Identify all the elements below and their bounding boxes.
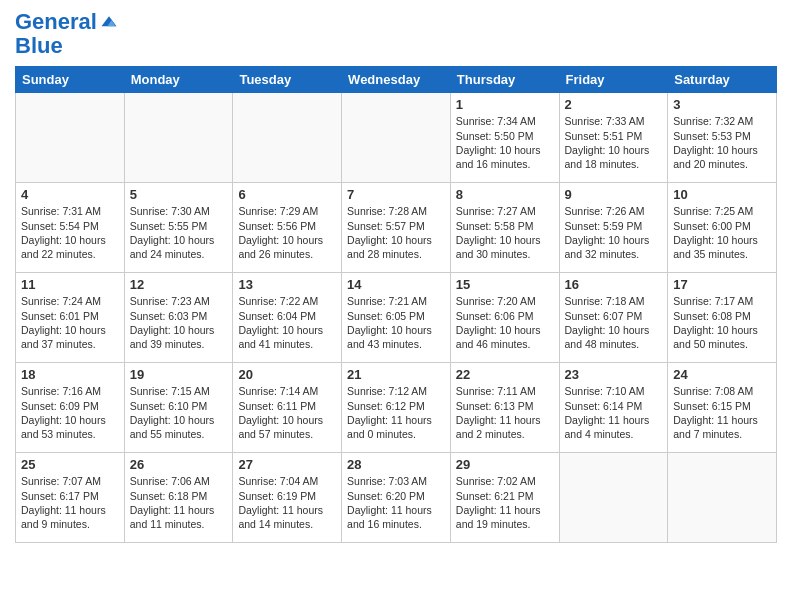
page-header: General Blue xyxy=(15,10,777,58)
day-number: 28 xyxy=(347,457,445,472)
day-number: 24 xyxy=(673,367,771,382)
day-info: Sunrise: 7:29 AMSunset: 5:56 PMDaylight:… xyxy=(238,204,336,261)
day-number: 2 xyxy=(565,97,663,112)
day-cell: 21 Sunrise: 7:12 AMSunset: 6:12 PMDaylig… xyxy=(342,363,451,453)
day-cell: 12 Sunrise: 7:23 AMSunset: 6:03 PMDaylig… xyxy=(124,273,233,363)
day-number: 12 xyxy=(130,277,228,292)
day-cell: 15 Sunrise: 7:20 AMSunset: 6:06 PMDaylig… xyxy=(450,273,559,363)
day-cell: 11 Sunrise: 7:24 AMSunset: 6:01 PMDaylig… xyxy=(16,273,125,363)
day-cell: 24 Sunrise: 7:08 AMSunset: 6:15 PMDaylig… xyxy=(668,363,777,453)
day-info: Sunrise: 7:04 AMSunset: 6:19 PMDaylight:… xyxy=(238,474,336,531)
day-number: 29 xyxy=(456,457,554,472)
day-info: Sunrise: 7:26 AMSunset: 5:59 PMDaylight:… xyxy=(565,204,663,261)
day-info: Sunrise: 7:21 AMSunset: 6:05 PMDaylight:… xyxy=(347,294,445,351)
day-info: Sunrise: 7:11 AMSunset: 6:13 PMDaylight:… xyxy=(456,384,554,441)
day-info: Sunrise: 7:08 AMSunset: 6:15 PMDaylight:… xyxy=(673,384,771,441)
day-number: 23 xyxy=(565,367,663,382)
calendar-table: SundayMondayTuesdayWednesdayThursdayFrid… xyxy=(15,66,777,543)
day-cell: 9 Sunrise: 7:26 AMSunset: 5:59 PMDayligh… xyxy=(559,183,668,273)
day-info: Sunrise: 7:23 AMSunset: 6:03 PMDaylight:… xyxy=(130,294,228,351)
day-info: Sunrise: 7:10 AMSunset: 6:14 PMDaylight:… xyxy=(565,384,663,441)
logo-text: General xyxy=(15,10,97,34)
day-cell: 25 Sunrise: 7:07 AMSunset: 6:17 PMDaylig… xyxy=(16,453,125,543)
day-info: Sunrise: 7:30 AMSunset: 5:55 PMDaylight:… xyxy=(130,204,228,261)
day-info: Sunrise: 7:16 AMSunset: 6:09 PMDaylight:… xyxy=(21,384,119,441)
day-cell xyxy=(124,93,233,183)
day-number: 22 xyxy=(456,367,554,382)
day-number: 25 xyxy=(21,457,119,472)
day-number: 3 xyxy=(673,97,771,112)
week-row-4: 18 Sunrise: 7:16 AMSunset: 6:09 PMDaylig… xyxy=(16,363,777,453)
column-header-friday: Friday xyxy=(559,67,668,93)
day-info: Sunrise: 7:27 AMSunset: 5:58 PMDaylight:… xyxy=(456,204,554,261)
day-number: 27 xyxy=(238,457,336,472)
day-info: Sunrise: 7:25 AMSunset: 6:00 PMDaylight:… xyxy=(673,204,771,261)
week-row-1: 1 Sunrise: 7:34 AMSunset: 5:50 PMDayligh… xyxy=(16,93,777,183)
column-header-wednesday: Wednesday xyxy=(342,67,451,93)
day-info: Sunrise: 7:15 AMSunset: 6:10 PMDaylight:… xyxy=(130,384,228,441)
logo-blue: Blue xyxy=(15,34,63,58)
day-info: Sunrise: 7:32 AMSunset: 5:53 PMDaylight:… xyxy=(673,114,771,171)
column-header-monday: Monday xyxy=(124,67,233,93)
day-cell: 19 Sunrise: 7:15 AMSunset: 6:10 PMDaylig… xyxy=(124,363,233,453)
day-cell: 1 Sunrise: 7:34 AMSunset: 5:50 PMDayligh… xyxy=(450,93,559,183)
column-header-tuesday: Tuesday xyxy=(233,67,342,93)
day-cell: 18 Sunrise: 7:16 AMSunset: 6:09 PMDaylig… xyxy=(16,363,125,453)
week-row-5: 25 Sunrise: 7:07 AMSunset: 6:17 PMDaylig… xyxy=(16,453,777,543)
day-cell: 29 Sunrise: 7:02 AMSunset: 6:21 PMDaylig… xyxy=(450,453,559,543)
day-number: 21 xyxy=(347,367,445,382)
day-number: 4 xyxy=(21,187,119,202)
day-number: 5 xyxy=(130,187,228,202)
day-number: 15 xyxy=(456,277,554,292)
day-cell: 5 Sunrise: 7:30 AMSunset: 5:55 PMDayligh… xyxy=(124,183,233,273)
day-cell: 13 Sunrise: 7:22 AMSunset: 6:04 PMDaylig… xyxy=(233,273,342,363)
day-cell: 20 Sunrise: 7:14 AMSunset: 6:11 PMDaylig… xyxy=(233,363,342,453)
day-number: 8 xyxy=(456,187,554,202)
day-cell: 17 Sunrise: 7:17 AMSunset: 6:08 PMDaylig… xyxy=(668,273,777,363)
column-header-saturday: Saturday xyxy=(668,67,777,93)
day-cell: 2 Sunrise: 7:33 AMSunset: 5:51 PMDayligh… xyxy=(559,93,668,183)
day-cell xyxy=(342,93,451,183)
day-number: 7 xyxy=(347,187,445,202)
day-number: 10 xyxy=(673,187,771,202)
day-number: 19 xyxy=(130,367,228,382)
day-info: Sunrise: 7:33 AMSunset: 5:51 PMDaylight:… xyxy=(565,114,663,171)
day-info: Sunrise: 7:14 AMSunset: 6:11 PMDaylight:… xyxy=(238,384,336,441)
day-info: Sunrise: 7:22 AMSunset: 6:04 PMDaylight:… xyxy=(238,294,336,351)
day-cell: 27 Sunrise: 7:04 AMSunset: 6:19 PMDaylig… xyxy=(233,453,342,543)
day-info: Sunrise: 7:24 AMSunset: 6:01 PMDaylight:… xyxy=(21,294,119,351)
day-info: Sunrise: 7:17 AMSunset: 6:08 PMDaylight:… xyxy=(673,294,771,351)
column-header-sunday: Sunday xyxy=(16,67,125,93)
week-row-2: 4 Sunrise: 7:31 AMSunset: 5:54 PMDayligh… xyxy=(16,183,777,273)
day-number: 9 xyxy=(565,187,663,202)
day-cell: 3 Sunrise: 7:32 AMSunset: 5:53 PMDayligh… xyxy=(668,93,777,183)
day-info: Sunrise: 7:02 AMSunset: 6:21 PMDaylight:… xyxy=(456,474,554,531)
day-cell: 22 Sunrise: 7:11 AMSunset: 6:13 PMDaylig… xyxy=(450,363,559,453)
day-info: Sunrise: 7:31 AMSunset: 5:54 PMDaylight:… xyxy=(21,204,119,261)
week-row-3: 11 Sunrise: 7:24 AMSunset: 6:01 PMDaylig… xyxy=(16,273,777,363)
day-cell: 4 Sunrise: 7:31 AMSunset: 5:54 PMDayligh… xyxy=(16,183,125,273)
day-info: Sunrise: 7:34 AMSunset: 5:50 PMDaylight:… xyxy=(456,114,554,171)
day-cell xyxy=(16,93,125,183)
day-cell: 14 Sunrise: 7:21 AMSunset: 6:05 PMDaylig… xyxy=(342,273,451,363)
day-info: Sunrise: 7:18 AMSunset: 6:07 PMDaylight:… xyxy=(565,294,663,351)
day-info: Sunrise: 7:07 AMSunset: 6:17 PMDaylight:… xyxy=(21,474,119,531)
day-number: 14 xyxy=(347,277,445,292)
day-cell: 8 Sunrise: 7:27 AMSunset: 5:58 PMDayligh… xyxy=(450,183,559,273)
day-cell: 7 Sunrise: 7:28 AMSunset: 5:57 PMDayligh… xyxy=(342,183,451,273)
day-cell: 6 Sunrise: 7:29 AMSunset: 5:56 PMDayligh… xyxy=(233,183,342,273)
day-cell xyxy=(233,93,342,183)
day-cell: 28 Sunrise: 7:03 AMSunset: 6:20 PMDaylig… xyxy=(342,453,451,543)
logo: General Blue xyxy=(15,10,119,58)
day-cell: 16 Sunrise: 7:18 AMSunset: 6:07 PMDaylig… xyxy=(559,273,668,363)
day-number: 20 xyxy=(238,367,336,382)
day-number: 26 xyxy=(130,457,228,472)
day-cell: 26 Sunrise: 7:06 AMSunset: 6:18 PMDaylig… xyxy=(124,453,233,543)
header-row: SundayMondayTuesdayWednesdayThursdayFrid… xyxy=(16,67,777,93)
day-info: Sunrise: 7:20 AMSunset: 6:06 PMDaylight:… xyxy=(456,294,554,351)
day-cell xyxy=(668,453,777,543)
column-header-thursday: Thursday xyxy=(450,67,559,93)
logo-icon xyxy=(99,12,119,32)
day-info: Sunrise: 7:06 AMSunset: 6:18 PMDaylight:… xyxy=(130,474,228,531)
day-info: Sunrise: 7:03 AMSunset: 6:20 PMDaylight:… xyxy=(347,474,445,531)
